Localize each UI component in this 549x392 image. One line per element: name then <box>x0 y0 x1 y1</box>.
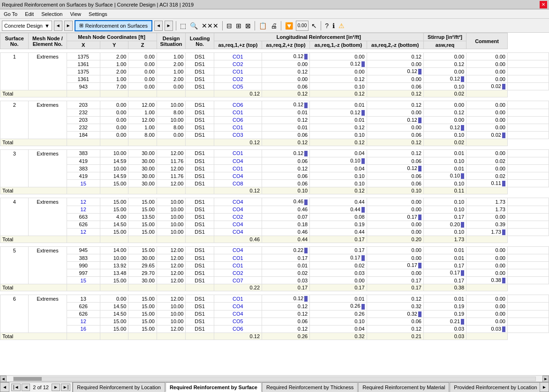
hscroll-right-btn[interactable]: ► <box>542 376 549 382</box>
v4-indicator[interactable] <box>461 222 464 228</box>
v3-indicator[interactable] <box>418 166 421 171</box>
co-cell[interactable]: CO7 <box>214 277 262 284</box>
icon-btn-5[interactable]: ⊞ <box>235 21 242 31</box>
v3-indicator[interactable] <box>418 214 421 220</box>
v5-indicator[interactable] <box>502 278 505 283</box>
icon-btn-7[interactable]: 📋 <box>258 21 268 31</box>
icon-btn-4[interactable]: ⊟ <box>226 21 233 31</box>
co-cell[interactable]: CO1 <box>214 254 262 261</box>
prev-page-btn[interactable]: ◄ <box>22 384 30 391</box>
co-cell[interactable]: CO1 <box>214 295 262 303</box>
v3-indicator[interactable] <box>418 263 421 268</box>
co-cell[interactable]: CO8 <box>214 180 262 187</box>
v2-indicator[interactable] <box>361 61 365 67</box>
v1-indicator[interactable] <box>304 248 308 253</box>
v5-indicator[interactable] <box>502 84 505 89</box>
v4-indicator[interactable] <box>461 76 464 82</box>
tab-0[interactable]: Required Reinforcement by Location <box>73 382 165 392</box>
v1-indicator[interactable] <box>304 151 308 156</box>
mesh-node-cell[interactable]: 12 <box>67 228 100 236</box>
v1-indicator[interactable] <box>304 200 308 205</box>
last-page-btn[interactable]: ►| <box>61 384 71 391</box>
co-cell[interactable]: CO1 <box>214 53 262 60</box>
v3-indicator[interactable] <box>418 69 421 74</box>
v5-indicator[interactable] <box>502 181 505 186</box>
v2-indicator[interactable] <box>361 110 365 116</box>
co-cell[interactable]: CO1 <box>214 165 262 172</box>
co-cell[interactable]: CO4 <box>214 198 262 206</box>
v5-indicator[interactable] <box>502 229 505 235</box>
menu-view[interactable]: View <box>68 11 83 17</box>
menu-selection[interactable]: Selection <box>39 11 64 17</box>
first-page-btn[interactable]: |◄ <box>11 384 21 391</box>
v5-indicator[interactable] <box>502 326 505 332</box>
hscroll-track[interactable] <box>13 377 536 381</box>
icon-btn-6[interactable]: ⊠ <box>244 21 252 31</box>
co-cell[interactable]: CO6 <box>214 325 262 333</box>
close-button[interactable]: ✕ <box>540 1 547 8</box>
v2-indicator[interactable] <box>361 158 365 164</box>
icon-btn-1[interactable]: ⬚ <box>179 21 187 31</box>
co-cell[interactable]: CO4 <box>214 157 262 165</box>
v4-indicator[interactable] <box>461 319 464 325</box>
tab-scroll-right[interactable]: ► <box>540 382 549 392</box>
co-cell[interactable]: CO4 <box>214 310 262 318</box>
co-cell[interactable]: CO2 <box>214 60 262 68</box>
co-cell[interactable]: CO4 <box>214 206 262 213</box>
v4-indicator[interactable] <box>461 270 464 276</box>
co-cell[interactable]: CO2 <box>214 213 262 221</box>
nav-prev-btn[interactable]: ◄ <box>54 21 62 31</box>
v2-indicator[interactable] <box>361 207 365 213</box>
tab-4[interactable]: Provided Reinforcement by Location <box>450 382 540 392</box>
v5-indicator[interactable] <box>502 133 505 138</box>
mesh-node-cell[interactable]: 16 <box>67 325 100 333</box>
co-cell[interactable]: CO5 <box>214 318 262 325</box>
nav-next-btn[interactable]: ► <box>64 21 73 31</box>
value-icon-btn[interactable]: 0.00 <box>296 21 308 31</box>
menu-goto[interactable]: Go To <box>2 11 19 17</box>
mesh-node-cell[interactable]: 15 <box>67 180 100 187</box>
tab-3[interactable]: Required Reinforcement by Material <box>358 382 449 392</box>
v3-indicator[interactable] <box>418 118 421 123</box>
menu-settings[interactable]: Settings <box>87 11 109 17</box>
cursor-icon-btn[interactable]: ↖ <box>310 21 318 31</box>
v1-indicator[interactable] <box>304 103 308 108</box>
warning-icon-btn[interactable]: ⚠ <box>338 21 346 31</box>
mesh-node-cell[interactable]: 15 <box>67 277 100 284</box>
icon-btn-2[interactable]: 🔍 <box>189 21 199 31</box>
icon-btn-8[interactable]: 🖨 <box>270 21 278 31</box>
tab-2[interactable]: Required Reinforcement by Thickness <box>262 382 358 392</box>
filter-icon-btn[interactable]: 🔽 <box>284 21 294 31</box>
menu-edit[interactable]: Edit <box>23 11 36 17</box>
v1-indicator[interactable] <box>304 54 308 59</box>
co-cell[interactable]: CO4 <box>214 246 262 254</box>
horizontal-scrollbar[interactable]: ◄ ► <box>0 375 549 382</box>
v4-indicator[interactable] <box>461 173 464 179</box>
co-cell[interactable]: CO4 <box>214 303 262 310</box>
v2-indicator[interactable] <box>361 255 365 261</box>
co-cell[interactable]: CO3 <box>214 131 262 139</box>
hscroll-thumb[interactable] <box>14 377 42 381</box>
co-cell[interactable]: CO1 <box>214 109 262 116</box>
v3-indicator[interactable] <box>418 311 421 317</box>
co-cell[interactable]: CO6 <box>214 101 262 109</box>
nav-back-btn[interactable]: ◄ <box>154 21 163 31</box>
tab-1[interactable]: Required Reinforcement by Surface <box>165 382 262 392</box>
co-cell[interactable]: CO4 <box>214 172 262 180</box>
v2-indicator[interactable] <box>361 304 365 310</box>
info-icon-btn[interactable]: ℹ <box>331 21 336 31</box>
co-cell[interactable]: CO2 <box>214 75 262 83</box>
mesh-node-cell[interactable]: 12 <box>67 206 100 213</box>
hscroll-left-btn[interactable]: ◄ <box>0 376 7 382</box>
co-cell[interactable]: CO1 <box>214 262 262 269</box>
co-cell[interactable]: CO4 <box>214 228 262 236</box>
mesh-node-cell[interactable]: 12 <box>67 198 100 206</box>
mesh-node-cell[interactable]: 12 <box>67 318 100 325</box>
co-cell[interactable]: CO1 <box>214 149 262 157</box>
tab-scroll-left[interactable]: ◄ <box>0 382 9 392</box>
co-cell[interactable]: CO2 <box>214 269 262 277</box>
nav-forward-btn[interactable]: ► <box>165 21 173 31</box>
next-page-btn[interactable]: ► <box>52 384 60 391</box>
reinforcement-surfaces-btn[interactable]: ⊞ Reinforcement on Surfaces <box>75 20 152 31</box>
help-icon-btn[interactable]: ? <box>324 21 330 31</box>
